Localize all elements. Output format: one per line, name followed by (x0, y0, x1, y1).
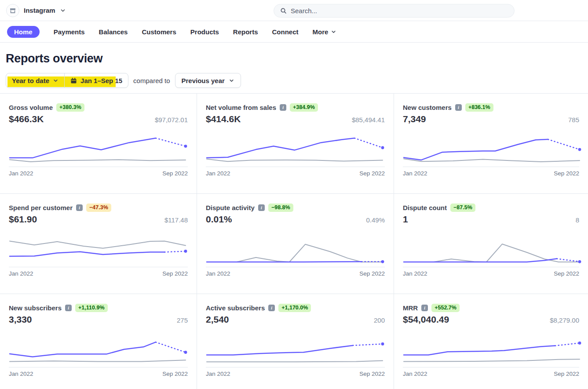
axis-label-end: Sep 2022 (359, 270, 385, 277)
calendar-icon (70, 77, 77, 84)
info-icon[interactable]: i (421, 305, 428, 311)
axis-baseline (206, 267, 385, 267)
main-nav: Home Payments Balances Customers Product… (0, 21, 588, 43)
axis-baseline (403, 367, 579, 367)
current-value: 2,540 (206, 314, 229, 325)
sparkline-chart (206, 230, 385, 264)
axis-label-end: Sep 2022 (554, 371, 579, 377)
nav-tab-products[interactable]: Products (190, 26, 219, 38)
account-switcher[interactable]: Instagram (6, 4, 66, 17)
sparkline-chart (206, 330, 385, 364)
metric-title: Gross volume (9, 104, 53, 111)
sparkline-chart (206, 130, 385, 164)
current-value: 1 (403, 214, 408, 225)
previous-value: 200 (374, 316, 385, 324)
sparkline-chart (9, 230, 188, 264)
nav-tab-customers[interactable]: Customers (142, 26, 176, 38)
metric-card: Spend per customer i −47.3% $61.90 $117.… (0, 194, 197, 294)
info-icon[interactable]: i (258, 204, 265, 211)
storefront-icon (9, 7, 17, 15)
change-badge: +552.7% (431, 304, 460, 312)
previous-value: 785 (568, 116, 579, 124)
metric-title: New subscribers (9, 304, 62, 312)
previous-value: 275 (177, 316, 188, 324)
search-placeholder: Search... (291, 7, 317, 15)
metric-card: New customers i +836.1% 7,349 785 Jan 20… (394, 94, 588, 194)
nav-tab-balances[interactable]: Balances (99, 26, 128, 38)
current-value: $466.3K (9, 114, 44, 124)
sparkline-chart (9, 330, 188, 364)
metric-card: Active subscribers i +1,170.0% 2,540 200… (197, 294, 394, 389)
axis-baseline (206, 167, 385, 167)
avatar (6, 4, 19, 17)
axis-label-end: Sep 2022 (162, 170, 188, 177)
info-icon[interactable]: i (76, 204, 83, 211)
divider (64, 73, 65, 87)
previous-value: $97,072.01 (155, 116, 188, 124)
axis-baseline (9, 167, 188, 167)
change-badge: −87.5% (450, 204, 475, 212)
axis-baseline (206, 367, 385, 367)
metrics-grid: Gross volume +380.3% $466.3K $97,072.01 … (0, 93, 588, 389)
metric-title: Dispute activity (206, 204, 255, 211)
date-range-control: Year to date Jan 1–Sep 15 (6, 73, 128, 88)
nav-tab-home[interactable]: Home (7, 26, 40, 38)
sparkline-chart (403, 230, 582, 264)
current-value: $54,040.49 (403, 314, 449, 325)
change-badge: +380.3% (56, 103, 84, 112)
sparkline-chart (403, 130, 582, 164)
change-badge: +1,110.9% (75, 304, 107, 312)
nav-tab-reports[interactable]: Reports (233, 26, 258, 38)
sparkline-chart (403, 330, 582, 364)
metric-title: Spend per customer (9, 204, 73, 211)
axis-label-end: Sep 2022 (359, 170, 385, 177)
current-value: 3,330 (9, 314, 32, 325)
current-value: $61.90 (9, 214, 37, 225)
metric-title: Net volume from sales (206, 104, 276, 111)
axis-label-start: Jan 2022 (403, 371, 427, 377)
previous-value: 8 (576, 216, 579, 224)
axis-label-start: Jan 2022 (206, 371, 230, 377)
previous-value: $8,279.00 (550, 316, 579, 324)
info-icon[interactable]: i (455, 104, 462, 111)
date-range-dates-button[interactable]: Jan 1–Sep 15 (65, 73, 128, 87)
info-icon[interactable]: i (268, 305, 275, 311)
axis-label-end: Sep 2022 (162, 270, 188, 277)
chevron-down-icon (53, 78, 58, 84)
current-value: 7,349 (403, 114, 426, 124)
chevron-down-icon (331, 29, 336, 35)
nav-tab-more[interactable]: More (313, 26, 337, 38)
date-range-preset-button[interactable]: Year to date (6, 73, 64, 87)
nav-tab-connect[interactable]: Connect (272, 26, 299, 38)
search-input[interactable]: Search... (274, 4, 515, 18)
metric-title: MRR (403, 304, 418, 312)
previous-value: 0.49% (366, 216, 385, 224)
sparkline-chart (9, 130, 188, 164)
change-badge: +384.9% (290, 103, 318, 112)
axis-label-start: Jan 2022 (403, 170, 427, 177)
info-icon[interactable]: i (280, 104, 286, 111)
account-name: Instagram (24, 7, 55, 14)
axis-label-start: Jan 2022 (9, 270, 33, 277)
axis-label-start: Jan 2022 (206, 270, 230, 277)
current-value: $414.6K (206, 114, 241, 124)
info-icon[interactable]: i (65, 305, 72, 311)
change-badge: −47.3% (86, 204, 111, 212)
chevron-down-icon (229, 78, 234, 84)
axis-label-end: Sep 2022 (554, 270, 579, 277)
axis-label-start: Jan 2022 (9, 371, 33, 377)
axis-baseline (9, 267, 188, 267)
metric-title: New customers (403, 104, 452, 111)
top-bar: Instagram Search... (0, 0, 588, 21)
compare-period-button[interactable]: Previous year (175, 73, 241, 88)
axis-label-start: Jan 2022 (403, 270, 427, 277)
compared-to-label: compared to (133, 77, 170, 84)
axis-baseline (403, 167, 579, 167)
axis-baseline (9, 367, 188, 367)
change-badge: +836.1% (465, 103, 493, 112)
metric-card: Net volume from sales i +384.9% $414.6K … (197, 94, 394, 194)
nav-tab-payments[interactable]: Payments (54, 26, 85, 38)
metric-title: Dispute count (403, 204, 447, 211)
axis-baseline (403, 267, 579, 267)
metric-card: New subscribers i +1,110.9% 3,330 275 Ja… (0, 294, 197, 389)
